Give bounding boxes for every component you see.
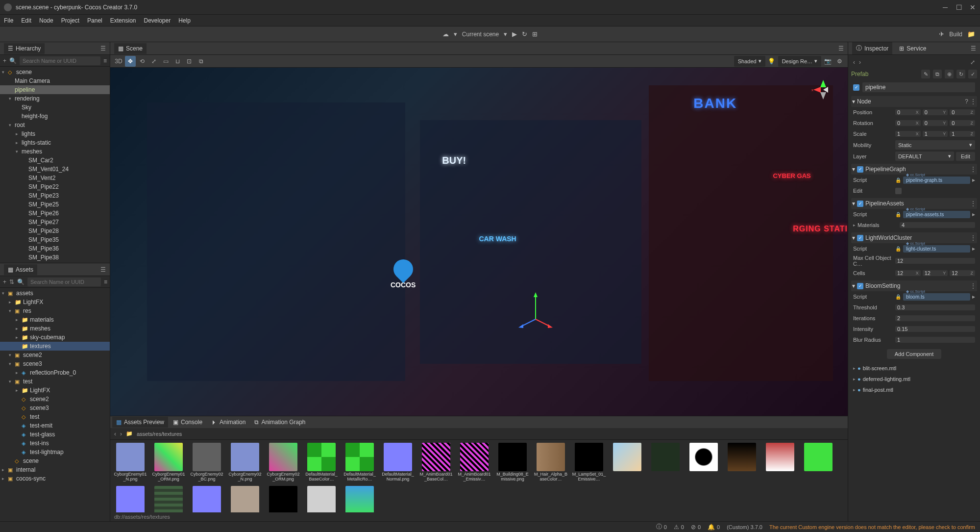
scene-dropdown-icon[interactable]: ▾ [504,30,507,38]
thumbnail-item[interactable] [763,443,797,482]
tree-item[interactable]: ▸lights [0,129,110,138]
tree-item[interactable]: pipeline [0,85,110,94]
render-mode-dropdown[interactable]: Design Re…▾ [778,56,821,67]
thumbnail-item[interactable]: DefaultMaterial_Normal.png [381,443,415,482]
menu-icon[interactable]: ☰ [100,266,106,273]
tab-inspector[interactable]: ⓘInspector [852,42,892,54]
script-reference[interactable]: ◆ cc.Scriptlight-cluster.ts [903,245,970,253]
thumbnail-item[interactable]: M_AnimBoard01_Emissiv… [457,443,491,482]
menu-panel[interactable]: Panel [87,17,102,24]
tab-scene[interactable]: ▦ Scene [114,43,147,54]
assets-tree[interactable]: ▾▣assets▸📁LightFX▾▣res▸📁materials▸📁meshe… [0,288,110,521]
expand-icon[interactable]: ⤢ [970,59,975,66]
snap-tool-icon[interactable]: ⊡ [184,56,195,67]
tree-item[interactable]: SM_Vent2 [0,174,110,182]
move-tool-icon[interactable]: ✥ [125,56,136,67]
thumbnail-item[interactable]: CyborgEnemy01_N.png [113,443,147,482]
tree-item[interactable]: ▾◇scene [0,68,110,76]
chevron-down-icon[interactable]: ▾ [454,30,457,38]
tree-item[interactable]: SM_Pipe22 [0,182,110,191]
build-label[interactable]: Build [949,31,962,38]
close-icon[interactable]: ✕ [969,4,976,11]
tab-service[interactable]: ⊞Service [895,43,930,54]
position-y-input[interactable] [925,109,943,115]
menu-help[interactable]: Help [178,17,191,24]
tree-item[interactable]: ▸📁LightFX [0,298,110,306]
folder-icon[interactable]: 📁 [967,30,975,38]
shading-dropdown[interactable]: Shaded▾ [734,56,765,67]
rotate-tool-icon[interactable]: ⟲ [137,56,147,67]
tree-item[interactable]: ▸📁materials [0,315,110,324]
bell-icon[interactable]: 🔔 [708,524,715,531]
menu-edit[interactable]: Edit [21,17,31,24]
prop-input[interactable] [897,315,973,321]
hierarchy-search-input[interactable] [20,56,100,65]
play-icon[interactable]: ▶ [512,30,517,38]
tree-item[interactable]: ◈test-lightmap [0,448,110,456]
thumbnail-item[interactable]: M_AnimBoard01_BaseCol… [419,443,453,482]
cloud-icon[interactable]: ☁ [442,30,449,38]
tree-item[interactable]: ▾▣test [0,377,110,386]
scene-viewport[interactable]: BANK BUY! CAR WASH CYBER GAS RGING STATI… [110,68,848,416]
position-x-input[interactable] [897,109,916,115]
tab-assets[interactable]: ▦ Assets [4,264,37,275]
thumbnail-item[interactable] [151,486,186,512]
prop-input[interactable] [897,304,973,310]
tree-item[interactable]: ▾▣assets [0,289,110,298]
filter-icon[interactable]: ≡ [104,279,107,285]
node-name-input[interactable] [862,82,975,92]
position-z-input[interactable] [952,109,970,115]
tree-item[interactable]: SM_Pipe36 [0,244,110,253]
tree-item[interactable]: ▾rendering [0,94,110,103]
hierarchy-tree[interactable]: ▾◇sceneMain Camerapipeline▾renderingSkyh… [0,67,110,263]
tab-hierarchy[interactable]: ☰ Hierarchy [4,43,45,54]
tree-item[interactable]: ▸◈reflectionProbe_0 [0,368,110,377]
script-reference[interactable]: ◆ cc.Scriptbloom.ts [903,293,970,301]
mode-3d-button[interactable]: 3D [113,56,124,67]
add-icon[interactable]: + [3,57,6,64]
menu-extension[interactable]: Extension [110,17,136,24]
tree-item[interactable]: ◈test-glass [0,430,110,439]
tree-item[interactable]: SM_Vent01_24 [0,165,110,174]
tree-item[interactable]: SM_Pipe38 [0,253,110,262]
prefab-revert-icon[interactable]: ↻ [956,70,965,78]
transform-tool-icon[interactable]: ⊔ [172,56,183,67]
prop-input[interactable] [897,337,973,343]
thumbnail-grid[interactable]: CyborgEnemy01_N.pngCyborgEnemy01_ORM.png… [110,440,848,512]
tree-item[interactable]: ◇scene2 [0,395,110,404]
thumbnail-item[interactable] [343,486,377,512]
thumbnail-item[interactable]: M_LampSet_01_Emissive… [572,443,606,482]
help-icon[interactable]: ? [965,98,968,105]
forward-icon[interactable]: › [859,59,861,66]
layer-select[interactable]: DEFAULT▾ [895,152,954,161]
tree-item[interactable]: SM_Pipe23 [0,191,110,200]
align-tool-icon[interactable]: ⧉ [196,56,206,67]
layer-edit-button[interactable]: Edit [956,152,975,161]
minimize-icon[interactable]: ─ [942,4,949,11]
maximize-icon[interactable]: ☐ [956,4,962,11]
tree-item[interactable]: ▸▣cocos-sync [0,474,110,483]
tree-item[interactable]: ▸📁sky-cubemap [0,333,110,342]
rotation-x-input[interactable] [897,120,916,126]
tree-item[interactable]: ◈test-emit [0,421,110,430]
thumbnail-item[interactable] [686,443,721,482]
build-icon[interactable]: ✈ [939,30,944,38]
info-icon[interactable]: ⓘ [656,523,662,531]
refresh-icon[interactable]: ↻ [522,30,527,38]
menu-node[interactable]: Node [39,17,53,24]
tree-item[interactable]: ▾▣res [0,306,110,315]
menu-file[interactable]: File [4,17,13,24]
tree-item[interactable]: ▸▣internal [0,465,110,474]
prefab-unlink-icon[interactable]: ⧉ [933,70,942,78]
camera-icon[interactable]: 📷 [822,56,833,67]
add-component-button[interactable]: Add Component [887,349,942,359]
error-icon[interactable]: ⊘ [691,524,696,531]
tree-item[interactable]: ◇test [0,412,110,421]
tree-item[interactable]: ▾meshes [0,147,110,156]
tree-item[interactable]: SM_Pipe25 [0,200,110,209]
add-icon[interactable]: + [3,279,6,285]
prefab-apply-icon[interactable]: ✓ [968,70,977,78]
tab-assets-preview[interactable]: ▦Assets Preview [112,417,168,428]
thumbnail-item[interactable] [725,443,759,482]
back-icon[interactable]: ‹ [853,59,855,66]
